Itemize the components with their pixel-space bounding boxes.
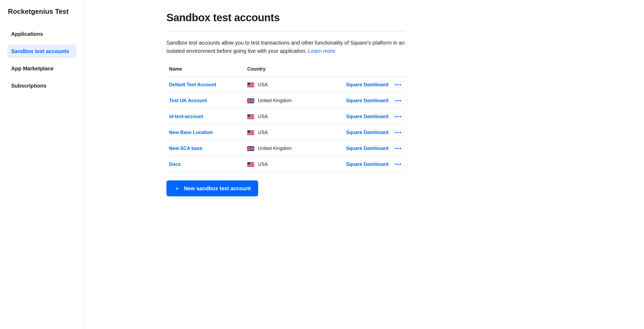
account-name-link[interactable]: New SCA base xyxy=(169,146,247,151)
table-body: Default Test AccountUSASquare Dashboard•… xyxy=(166,77,405,172)
more-options-icon[interactable]: ••• xyxy=(395,146,402,151)
account-country: USA xyxy=(247,162,346,167)
new-button-label: New sandbox test account xyxy=(184,185,251,192)
square-dashboard-link[interactable]: Square Dashboard xyxy=(346,98,389,103)
account-name-link[interactable]: Test UK Account xyxy=(169,98,247,103)
th-country: Country xyxy=(247,66,402,72)
page-description: Sandbox test accounts allow you to test … xyxy=(166,39,405,55)
plus-icon: ＋ xyxy=(174,185,180,192)
description-text: Sandbox test accounts allow you to test … xyxy=(166,40,405,54)
sidebar-nav: Applications Sandbox test accounts App M… xyxy=(7,27,80,93)
sidebar-item-app-marketplace[interactable]: App Marketplace xyxy=(7,62,76,75)
country-label: USA xyxy=(258,130,268,135)
us-flag-icon xyxy=(247,114,254,119)
more-options-icon[interactable]: ••• xyxy=(395,130,402,135)
account-country: United Kingdom xyxy=(247,146,346,151)
gb-flag-icon xyxy=(247,146,254,151)
sidebar-item-sandbox-test-accounts[interactable]: Sandbox test accounts xyxy=(7,45,76,58)
country-label: USA xyxy=(258,162,268,167)
square-dashboard-link[interactable]: Square Dashboard xyxy=(346,82,389,88)
main-content: Sandbox test accounts Sandbox test accou… xyxy=(84,0,644,329)
account-name-link[interactable]: id-test-account xyxy=(169,114,247,119)
more-options-icon[interactable]: ••• xyxy=(395,114,402,119)
square-dashboard-link[interactable]: Square Dashboard xyxy=(346,130,389,135)
account-country: USA xyxy=(247,114,346,119)
account-country: United Kingdom xyxy=(247,98,346,103)
app-layout: Rocketgenius Test Applications Sandbox t… xyxy=(0,0,644,329)
learn-more-link[interactable]: Learn more xyxy=(308,48,335,54)
sidebar-item-applications[interactable]: Applications xyxy=(7,27,76,41)
account-name-link[interactable]: New Base Location xyxy=(169,130,247,135)
square-dashboard-link[interactable]: Square Dashboard xyxy=(346,146,389,151)
account-name-link[interactable]: Docs xyxy=(169,162,247,167)
page-title: Sandbox test accounts xyxy=(166,12,405,24)
sidebar-title: Rocketgenius Test xyxy=(7,7,80,16)
account-country: USA xyxy=(247,82,346,88)
us-flag-icon xyxy=(247,130,254,135)
country-label: United Kingdom xyxy=(258,98,292,103)
gb-flag-icon xyxy=(247,98,254,103)
sidebar-item-subscriptions[interactable]: Subscriptions xyxy=(7,79,76,93)
country-label: United Kingdom xyxy=(258,146,292,151)
sidebar: Rocketgenius Test Applications Sandbox t… xyxy=(0,0,84,329)
square-dashboard-link[interactable]: Square Dashboard xyxy=(346,162,389,167)
new-sandbox-account-button[interactable]: ＋ New sandbox test account xyxy=(166,180,258,196)
table-header: Name Country xyxy=(166,66,405,77)
us-flag-icon xyxy=(247,83,254,87)
table-row: id-test-accountUSASquare Dashboard••• xyxy=(166,109,405,125)
table-row: Test UK AccountUnited KingdomSquare Dash… xyxy=(166,93,405,109)
accounts-table: Name Country Default Test AccountUSASqua… xyxy=(166,66,405,172)
table-row: New Base LocationUSASquare Dashboard••• xyxy=(166,125,405,141)
us-flag-icon xyxy=(247,162,254,167)
divider xyxy=(166,31,405,31)
more-options-icon[interactable]: ••• xyxy=(395,98,402,103)
table-row: Default Test AccountUSASquare Dashboard•… xyxy=(166,77,405,93)
more-options-icon[interactable]: ••• xyxy=(395,162,402,167)
account-country: USA xyxy=(247,130,346,135)
table-row: New SCA baseUnited KingdomSquare Dashboa… xyxy=(166,141,405,157)
table-row: DocsUSASquare Dashboard••• xyxy=(166,157,405,172)
more-options-icon[interactable]: ••• xyxy=(395,82,402,88)
country-label: USA xyxy=(258,82,268,88)
th-name: Name xyxy=(169,66,247,72)
square-dashboard-link[interactable]: Square Dashboard xyxy=(346,114,389,119)
account-name-link[interactable]: Default Test Account xyxy=(169,82,247,88)
country-label: USA xyxy=(258,114,268,119)
